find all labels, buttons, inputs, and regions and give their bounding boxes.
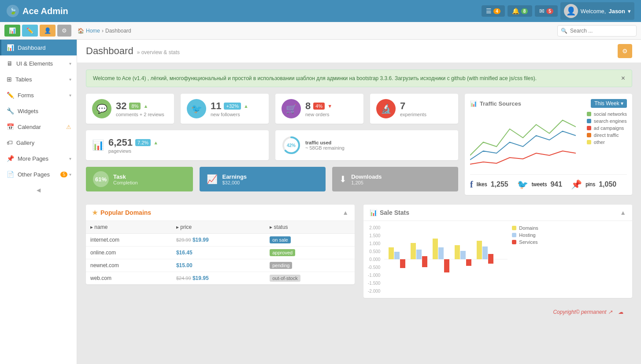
sidebar-item-widgets-left: 🔧 Widgets (7, 107, 38, 114)
task-sub: Completion (113, 180, 138, 185)
facebook-stats: f likes 1,255 (470, 179, 508, 190)
legend-services: Services (512, 239, 538, 245)
layout: 📊 Dashboard 🖥 UI & Elements ▾ ⊞ Tables ▾… (0, 40, 641, 364)
domains-table: ▸ name ▸ price ▸ status internet.com $29… (86, 221, 355, 284)
y-axis-labels: 2.000 1.500 1.000 0.500 0.000 -0.500 -1.… (368, 225, 382, 294)
stat-card-comments: 💬 32 8% ▲ comments + 2 reviews (86, 94, 174, 124)
downloads-sub: 1,205 (351, 180, 382, 185)
bell-btn[interactable]: 🔔 8 (508, 5, 533, 17)
legend-dot-direct (587, 133, 591, 137)
traffic-info: traffic used ~ 58GB remaining (305, 140, 452, 151)
sale-stats-body: 2.000 1.500 1.000 0.500 0.000 -0.500 -1.… (363, 221, 632, 298)
pageviews-info: 6,251 7.2% ▲ pageviews (108, 137, 263, 154)
mail-btn[interactable]: ✉ 5 (535, 5, 558, 17)
followers-label: new followers (211, 112, 263, 117)
sale-panel-collapse-btn[interactable]: ▲ (620, 209, 626, 216)
comments-badge: 8% (129, 103, 141, 110)
table-row: web.com $24.99 $19.95 out-of-stock (86, 272, 355, 285)
traffic-card: 📊 Traffic Sources This Week ▾ (465, 94, 632, 195)
pageviews-badge: 7.2% (135, 139, 151, 146)
action-earnings[interactable]: 📈 Earnings $32,000 (200, 167, 326, 191)
warning-icon: ⚠ (66, 124, 71, 130)
collapse-icon[interactable]: ◀ (37, 187, 41, 193)
brand-icon: 🍃 (7, 5, 19, 17)
table-row: internet.com $29.99 $19.99 on sale (86, 234, 355, 246)
sidebar-item-dashboard[interactable]: 📊 Dashboard (0, 40, 77, 55)
chevron-forms-icon: ▾ (69, 93, 71, 98)
sidebar-item-ui-elements[interactable]: 🖥 UI & Elements ▾ (0, 55, 77, 71)
tweets-label: tweets (532, 181, 547, 188)
more-pages-icon: 📌 (7, 155, 14, 162)
sidebar-item-tables[interactable]: ⊞ Tables ▾ (0, 71, 77, 87)
col-price: ▸ price (172, 221, 265, 234)
sidebar-item-more-pages[interactable]: 📌 More Pages ▾ (0, 151, 77, 166)
task-info: Task Completion (113, 173, 138, 185)
sidebar-item-gallery[interactable]: 🏷 Gallery (0, 135, 77, 151)
sidebar-item-ui-left: 🖥 UI & Elements (7, 60, 53, 67)
y-label-8: -1.500 (368, 281, 380, 286)
mail-badge: 5 (546, 8, 553, 14)
pins-count: 1,050 (599, 180, 616, 188)
menu-btn[interactable]: ☰ 4 (482, 5, 505, 17)
legend-label-direct: direct traffic (594, 132, 619, 138)
svg-rect-17 (488, 254, 493, 264)
pageviews-trend: ▲ (153, 140, 158, 145)
main-content: Dashboard overview & stats ⚙ Welcome to … (77, 40, 641, 364)
traffic-circle: 42% (282, 136, 301, 155)
followers-info: 11 +32% ▲ new followers (211, 100, 263, 117)
nav-btn-edit[interactable]: ✏️ (22, 25, 38, 37)
alert-text: Welcome to Ace (v1.4) , лёгкий, многофун… (93, 75, 537, 81)
chart-icon: 📊 (470, 100, 477, 107)
page-settings-btn[interactable]: ⚙ (618, 44, 632, 58)
price-old-4: $24.99 (176, 276, 191, 281)
nav-btn-settings[interactable]: ⚙ (57, 25, 71, 37)
sidebar-item-widgets[interactable]: 🔧 Widgets (0, 103, 77, 119)
sidebar-item-other-pages[interactable]: 📄 Other Pages 5 ▾ (0, 166, 77, 182)
sidebar-collapse[interactable]: ◀ (0, 182, 77, 198)
earnings-title: Earnings (222, 173, 247, 180)
breadcrumb-home[interactable]: Home (86, 28, 100, 34)
action-task[interactable]: 61% Task Completion (86, 167, 193, 191)
action-downloads[interactable]: ⬇ Downloads 1,205 (332, 167, 458, 191)
sidebar-item-forms[interactable]: ✏️ Forms ▾ (0, 87, 77, 103)
action-row: 61% Task Completion 📈 Earnings $32,000 (86, 167, 458, 191)
legend-dot-social (587, 112, 591, 116)
svg-rect-9 (433, 239, 438, 259)
sidebar-item-calendar[interactable]: 📅 Calendar ⚠ (0, 119, 77, 135)
price-old-1: $29.99 (176, 237, 191, 243)
traffic-panel: 📊 Traffic Sources This Week ▾ (465, 94, 632, 198)
legend-ad: ad campaigns (587, 125, 627, 131)
chevron-other-icon: ▾ (69, 172, 71, 177)
followers-number: 11 (211, 100, 221, 112)
y-label-6: -0.500 (368, 265, 380, 270)
domain-status-3: pending (265, 259, 355, 272)
legend-dot-services (512, 240, 516, 244)
sidebar-item-other-left: 📄 Other Pages (7, 171, 50, 178)
nav-btn-chart[interactable]: 📊 (4, 25, 20, 37)
search-input[interactable] (557, 25, 637, 37)
pinterest-icon: 📌 (571, 179, 582, 190)
mail-icon: ✉ (539, 7, 545, 15)
panel-collapse-btn[interactable]: ▲ (342, 209, 348, 216)
traffic-chart-wrapper: social networks search engines ad campai… (470, 111, 627, 170)
alert-close-btn[interactable]: × (621, 74, 625, 82)
bell-icon: 🔔 (512, 7, 519, 15)
legend-label-social: social networks (594, 111, 627, 117)
y-label-5: 0.000 (368, 257, 380, 262)
avatar: 👤 (564, 4, 578, 18)
sidebar-label-calendar: Calendar (18, 124, 41, 130)
pinterest-stats: 📌 pins 1,050 (571, 179, 616, 190)
status-badge-4: out-of-stock (270, 275, 300, 282)
tables-icon: ⊞ (7, 76, 12, 83)
chevron-right-icon: ▾ (69, 61, 71, 66)
legend-label-hosting: Hosting (519, 232, 535, 238)
experiments-number: 7 (400, 100, 405, 111)
other-pages-badge: 5 (60, 172, 67, 177)
nav-btn-user[interactable]: 👤 (40, 25, 56, 37)
user-menu[interactable]: 👤 Welcome, Jason ▾ (560, 2, 634, 20)
pageviews-label: pageviews (108, 148, 263, 154)
legend-domains: Domains (512, 225, 538, 231)
sale-stats-title: 📊 Sale Stats (370, 209, 409, 216)
chevron-tables-icon: ▾ (69, 77, 71, 82)
week-btn[interactable]: This Week ▾ (591, 99, 627, 108)
